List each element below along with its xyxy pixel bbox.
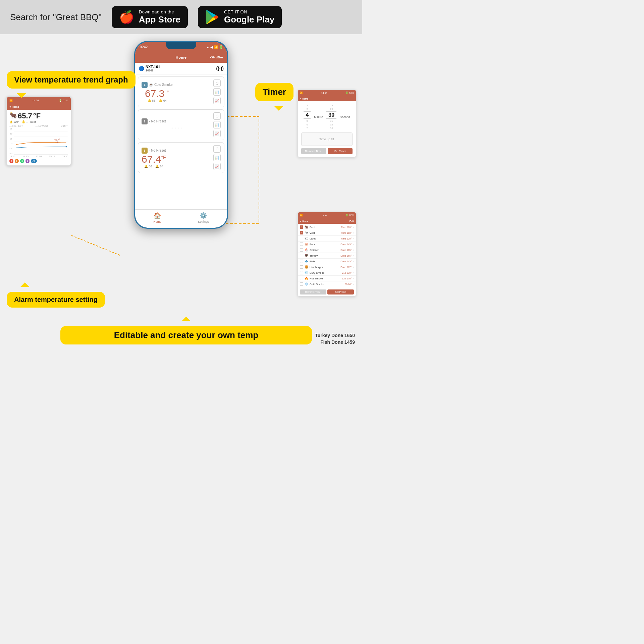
dot-4[interactable]: 4 [25, 159, 30, 163]
app-store-text: Download on the App Store [139, 9, 180, 25]
bluetooth-icon: 🔵 NXT-101 100% [139, 65, 160, 72]
app-store-badge[interactable]: 🍎 Download on the App Store [112, 6, 188, 28]
probe-1-label: 1 ☕ Cold Smoke [142, 82, 172, 88]
list-item[interactable]: 🐑LambRare 120°› [298, 236, 356, 241]
remove-preset-button[interactable]: Remove Preset [300, 289, 326, 294]
timer-buttons: Remove Timer Set Timer [301, 148, 353, 154]
mini-nav-bar: < Home [7, 104, 71, 110]
timer-icon-1[interactable]: ⏱ [213, 79, 221, 87]
nav-settings[interactable]: ⚙️ Settings [198, 212, 209, 223]
turkey-done-label: Turkey Done 1650 [315, 333, 355, 338]
svg-line-9 [71, 235, 121, 256]
list-item[interactable]: 🐷PorkDone 145°› [298, 241, 356, 247]
timer-panel: 📶 14:59 🔋 62% < Home 2 3 4 5 6 7 Minute [298, 90, 356, 157]
bubble-editable: Editable and create your own temp [60, 326, 312, 344]
dot-3[interactable]: 3 [20, 159, 24, 163]
settings-icon: ⚙️ [200, 212, 207, 219]
list-item[interactable]: ✓🐂BeefRare 120°› [298, 224, 356, 230]
mini-temp-display: 🐂 65.7 °F [9, 112, 68, 120]
probe-card-3: 3 - No Preset 67.4°F 🔔 86 🔔 64 ⏱ [138, 142, 224, 173]
bubble-alarm: Alarm temperature setting [7, 292, 105, 308]
probe-card-2: 2 - No Preset ---- ⏱ 📊 📈 [138, 109, 224, 140]
probe-2-label: 2 - No Preset [142, 118, 213, 124]
apple-icon: 🍎 [119, 11, 134, 23]
mini-sub-row: 🔔 120° 🔔 -- Beef [9, 120, 68, 123]
list-item[interactable]: 🐔ChickenDone 165°› [298, 247, 356, 253]
probe-3-icons: ⏱ 📊 📈 [213, 145, 221, 170]
probe-2-icons: ⏱ 📊 📈 [213, 112, 221, 137]
header-bar: Search for "Great BBQ" 🍎 Download on the… [0, 0, 362, 34]
set-timer-button[interactable]: Set Timer [328, 148, 353, 154]
device-row: 🔵 NXT-101 100% ((·)) [135, 63, 227, 74]
google-play-icon [205, 10, 219, 24]
mini-phone-graph: 📶 14:59 🔋 61% < Home 🐂 65.7 °F 🔔 120° 🔔 … [6, 96, 71, 166]
probe-1-alarms: 🔔 86 🔔 64 [142, 99, 172, 102]
phone-bottom-nav: 🏠 Home ⚙️ Settings [135, 209, 227, 228]
fish-done-label: Fish Done 1459 [320, 339, 355, 345]
preset-list: ✓🐂BeefRare 120°›✓🐄VealRare 118°›🐑LambRar… [298, 224, 356, 288]
list-item[interactable]: 🐟FishDone 145°› [298, 259, 356, 264]
timer-icon-2[interactable]: ⏱ [213, 112, 221, 120]
google-play-badge[interactable]: GET IT ON Google Play [198, 6, 282, 28]
probe-3-label: 3 - No Preset [142, 148, 166, 154]
preset-panel: 📶 14:59 🔋 62% < Home Edit ✓🐂BeefRare 120… [298, 212, 356, 297]
phone-mockup: 16:42 ▲ ◀ 📶 🔋 Home -39 dBm 🔵 NXT-101 100… [134, 41, 228, 229]
wifi-icon: ((·)) [216, 66, 224, 71]
phone-notch [166, 42, 196, 49]
graph-icon-1[interactable]: 📈 [213, 97, 221, 104]
mini-body: 🐂 65.7 °F 🔔 120° 🔔 -- Beef — HIGHEST — L… [7, 110, 71, 165]
probe-card-1: 1 ☕ Cold Smoke 67.3°F 🔔 86 🔔 64 [138, 76, 224, 107]
list-item[interactable]: 💨BBQ Smoke215-230°› [298, 270, 356, 276]
preset-icon-2[interactable]: 📊 [213, 121, 221, 128]
list-item[interactable]: 🔥Hot Smoke125-176°› [298, 276, 356, 281]
mini-temperature-graph: 65.7° [14, 128, 68, 155]
dot-2[interactable]: 2 [15, 159, 19, 163]
graph-icon-3[interactable]: 📈 [213, 163, 221, 170]
list-item[interactable]: ❄️Cold Smoke68-86°› [298, 281, 356, 287]
home-icon: 🏠 [154, 212, 161, 219]
timer-minute-selected[interactable]: 4 [304, 111, 311, 119]
timer-second-selected[interactable]: 30 [326, 111, 336, 119]
dot-all[interactable]: All [31, 159, 37, 163]
preset-status-bar: 📶 14:59 🔋 62% [298, 212, 356, 218]
svg-point-7 [65, 146, 67, 148]
mini-status-bar: 📶 14:59 🔋 61% [7, 97, 71, 104]
dot-1[interactable]: 1 [9, 159, 13, 163]
list-item[interactable]: ✓🐄VealRare 118°› [298, 230, 356, 236]
mini-graph-labels: — HIGHEST — LOWEST Unit:°F [9, 125, 68, 127]
search-text: Search for "Great BBQ" [10, 12, 102, 22]
probe-2-dashes: ---- [142, 124, 213, 131]
timer-icon-3[interactable]: ⏱ [213, 145, 221, 153]
main-content: View temperature trend graph Timer Alarm… [0, 34, 362, 362]
timer-nav-bar: < Home [298, 96, 356, 101]
probe-1-temp: 67.3°F [142, 88, 172, 99]
probe-3-alarms: 🔔 86 🔔 64 [142, 165, 166, 168]
phone-nav-bar: Home -39 dBm [135, 52, 227, 63]
timer-body: 2 3 4 5 6 7 Minute 28 29 30 31 32 33 [298, 101, 356, 157]
graph-icon-2[interactable]: 📈 [213, 130, 221, 137]
preset-icon-1[interactable]: 📊 [213, 88, 221, 96]
timer-second-col: 28 29 30 31 32 33 [326, 104, 336, 130]
mini-dots: 1 2 3 4 All [9, 159, 68, 163]
bubble-temp-graph: View temperature trend graph [7, 71, 136, 89]
probe-1-icon: ☕ [149, 83, 153, 87]
preset-buttons: Remove Preset Set Preset [298, 288, 356, 296]
svg-point-6 [57, 142, 58, 143]
google-play-text: GET IT ON Google Play [224, 9, 274, 25]
timer-picker: 2 3 4 5 6 7 Minute 28 29 30 31 32 33 [301, 104, 353, 130]
preset-icon-3[interactable]: 📊 [213, 154, 221, 161]
remove-timer-button[interactable]: Remove Timer [301, 148, 326, 154]
list-item[interactable]: 🍔HamburgerDone 167°› [298, 264, 356, 270]
probe-1-icons: ⏱ 📊 📈 [213, 79, 221, 104]
set-preset-button[interactable]: Set Preset [327, 289, 354, 294]
svg-text:65.7°: 65.7° [54, 139, 60, 141]
bubble-timer: Timer [255, 83, 293, 101]
timer-status-bar: 📶 14:59 🔋 62% [298, 90, 356, 96]
nav-home[interactable]: 🏠 Home [153, 212, 161, 223]
probe-3-temp: 67.4°F [142, 154, 166, 165]
preset-nav-bar: < Home Edit [298, 218, 356, 224]
list-item[interactable]: 🦃TurkeyDone 165°› [298, 253, 356, 259]
phone-screen: 16:42 ▲ ◀ 📶 🔋 Home -39 dBm 🔵 NXT-101 100… [135, 42, 227, 228]
timer-input-box: Time up #1 [301, 132, 353, 146]
timer-minute-col: 2 3 4 5 6 7 [304, 104, 311, 130]
